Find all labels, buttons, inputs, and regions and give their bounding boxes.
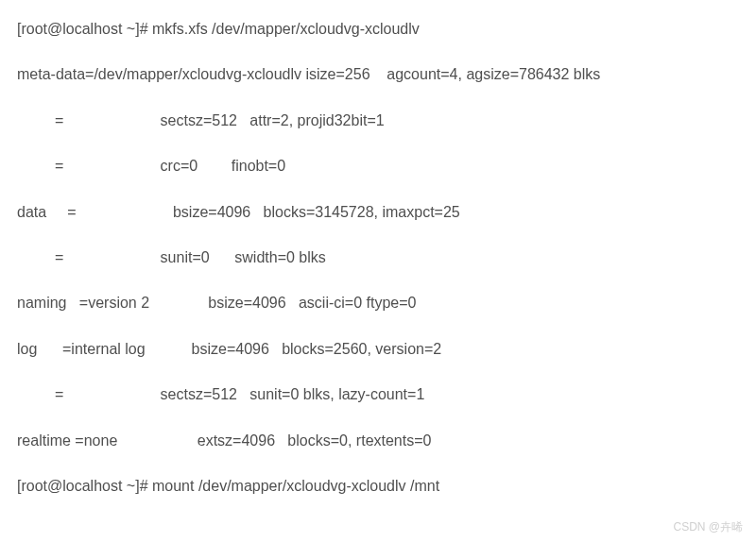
terminal-line: data = bsize=4096 blocks=3145728, imaxpc… [17,202,739,223]
terminal-line: log =internal log bsize=4096 blocks=2560… [17,339,739,360]
terminal-line: meta-data=/dev/mapper/xcloudvg-xcloudlv … [17,64,739,85]
terminal-line: = sunit=0 swidth=0 blks [17,247,739,268]
terminal-line: [root@localhost ~]# mkfs.xfs /dev/mapper… [17,19,739,40]
terminal-line: naming =version 2 bsize=4096 ascii-ci=0 … [17,293,739,313]
watermark-text: CSDN @卉晞 [673,519,743,535]
terminal-line: = crc=0 finobt=0 [17,156,739,177]
terminal-line: realtime =none extsz=4096 blocks=0, rtex… [17,431,739,451]
terminal-line: = sectsz=512 attr=2, projid32bit=1 [17,110,739,131]
terminal-output: [root@localhost ~]# mkfs.xfs /dev/mapper… [17,19,739,497]
terminal-line: = sectsz=512 sunit=0 blks, lazy-count=1 [17,384,739,405]
terminal-line: [root@localhost ~]# mount /dev/mapper/xc… [17,476,739,497]
